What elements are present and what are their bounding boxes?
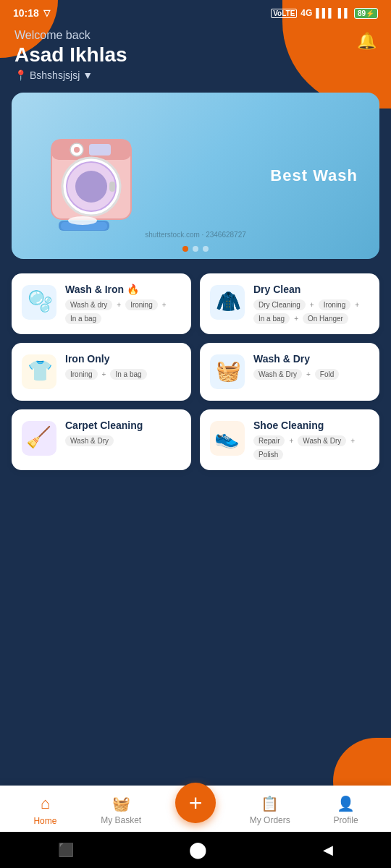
shoe-cleaning-icon: 👟	[209, 420, 246, 457]
dot-3	[203, 246, 209, 252]
location-pin-icon: 📍	[14, 69, 27, 81]
android-square-button[interactable]: ⬛	[52, 836, 80, 864]
tag: Wash & Dry	[298, 435, 346, 446]
iron-only-tags: Ironing + In a bag	[65, 369, 182, 380]
banner-dots	[182, 246, 209, 252]
android-back-button[interactable]: ◀	[317, 836, 339, 864]
wash-dry-info: Wash & Dry Wash & Dry + Fold	[253, 353, 371, 380]
carpet-cleaning-info: Carpet Cleaning Wash & Dry	[65, 420, 182, 446]
header-section: Welcome back Asad Ikhlas 📍 Bshshsjsjsj ▼…	[0, 23, 391, 93]
iron-only-icon: 👕	[20, 353, 58, 391]
location-row[interactable]: 📍 Bshshsjsjsj ▼	[14, 69, 127, 81]
tag: In a bag	[110, 369, 146, 380]
dot-2	[193, 246, 198, 252]
tag: Fold	[315, 369, 339, 380]
tag: Ironing	[65, 369, 98, 380]
tag: Ironing	[125, 299, 158, 310]
home-icon: ⌂	[41, 794, 50, 813]
volte-icon: VoLTE	[271, 9, 297, 18]
dropdown-chevron-icon: ▼	[83, 69, 93, 81]
home-label: Home	[33, 816, 56, 826]
orders-icon: 📋	[261, 795, 279, 812]
location-text: Bshshsjsjsj	[30, 69, 80, 81]
dry-clean-info: Dry Clean Dry Cleaning + Ironing + In a …	[253, 284, 371, 324]
profile-icon: 👤	[337, 795, 355, 812]
service-card-wash-iron[interactable]: 🫧 Wash & Iron 🔥 Wash & dry + Ironing + I…	[12, 273, 191, 334]
nav-fab-add-button[interactable]: +	[175, 783, 216, 823]
android-nav-bar: ⬛ ⬤ ◀	[0, 832, 391, 868]
bottom-spacer	[0, 470, 391, 550]
shoe-cleaning-info: Shoe Cleaning Repair + Wash & Dry + Poli…	[253, 420, 371, 460]
services-grid: 🫧 Wash & Iron 🔥 Wash & dry + Ironing + I…	[0, 273, 391, 470]
wifi-icon: ▽	[43, 8, 50, 18]
dry-clean-tags: Dry Cleaning + Ironing + In a bag + On H…	[253, 299, 371, 324]
svg-rect-4	[89, 144, 111, 156]
carpet-cleaning-icon: 🧹	[20, 420, 58, 457]
service-card-shoe-cleaning[interactable]: 👟 Shoe Cleaning Repair + Wash & Dry + Po…	[200, 409, 379, 470]
carpet-cleaning-name: Carpet Cleaning	[65, 420, 182, 431]
tag: In a bag	[65, 313, 101, 324]
carpet-cleaning-tags: Wash & Dry	[65, 435, 182, 446]
nav-item-basket[interactable]: 🧺 My Basket	[99, 795, 143, 825]
svg-rect-8	[109, 182, 115, 192]
tag: Repair	[253, 435, 285, 446]
welcome-text: Welcome back	[14, 29, 127, 42]
notification-bell-icon[interactable]: 🔔	[357, 32, 377, 51]
service-card-carpet-cleaning[interactable]: 🧹 Carpet Cleaning Wash & Dry	[12, 409, 191, 470]
wash-iron-name: Wash & Iron 🔥	[65, 284, 182, 295]
battery-indicator: 89⚡	[354, 8, 378, 19]
basket-icon: 🧺	[112, 795, 130, 812]
svg-text:👕: 👕	[28, 359, 53, 383]
time-display: 10:18	[13, 7, 39, 19]
tag: In a bag	[253, 313, 290, 324]
wash-dry-icon: 🧺	[209, 353, 246, 391]
nav-item-orders[interactable]: 📋 My Orders	[248, 795, 292, 825]
iron-only-info: Iron Only Ironing + In a bag	[65, 353, 182, 380]
tag: Ironing	[319, 299, 351, 310]
signal-icon2: ▌▌	[338, 8, 350, 18]
service-card-iron-only[interactable]: 👕 Iron Only Ironing + In a bag	[12, 343, 191, 401]
dot-1	[182, 246, 188, 252]
tag: Wash & Dry	[65, 435, 114, 446]
svg-text:🧥: 🧥	[216, 289, 241, 313]
svg-text:🫧: 🫧	[28, 289, 53, 313]
svg-point-3	[74, 147, 80, 153]
banner-tagline: Best Wash	[270, 166, 358, 185]
promo-banner[interactable]: Best Wash shutterstock.com · 2346628727	[12, 93, 379, 259]
wash-iron-info: Wash & Iron 🔥 Wash & dry + Ironing + In …	[65, 284, 182, 324]
wash-iron-icon: 🫧	[20, 284, 58, 321]
status-bar: 10:18 ▽ VoLTE 4G ▌▌▌ ▌▌ 89⚡	[0, 0, 391, 23]
shoe-cleaning-name: Shoe Cleaning	[253, 420, 371, 431]
wash-dry-name: Wash & Dry	[253, 353, 371, 365]
plus-icon: +	[189, 791, 203, 814]
shoe-cleaning-tags: Repair + Wash & Dry + Polish	[253, 435, 371, 460]
service-card-dry-clean[interactable]: 🧥 Dry Clean Dry Cleaning + Ironing + In …	[200, 273, 379, 334]
wash-iron-tags: Wash & dry + Ironing + In a bag	[65, 299, 182, 324]
bottom-navigation: ⌂ Home 🧺 My Basket + 📋 My Orders 👤 Profi…	[0, 786, 391, 832]
tag: Wash & Dry	[253, 369, 302, 380]
iron-only-name: Iron Only	[65, 353, 182, 365]
svg-text:🧹: 🧹	[26, 425, 51, 449]
svg-text:🧺: 🧺	[216, 359, 241, 383]
dry-clean-name: Dry Clean	[253, 284, 371, 295]
nav-item-profile[interactable]: 👤 Profile	[324, 795, 368, 825]
svg-point-11	[68, 216, 97, 225]
tag: Dry Cleaning	[253, 299, 306, 310]
tag: Wash & dry	[65, 299, 112, 310]
user-name: Asad Ikhlas	[14, 43, 127, 67]
dry-clean-icon: 🧥	[209, 284, 246, 321]
orders-label: My Orders	[250, 815, 290, 825]
banner-watermark: shutterstock.com · 2346628727	[145, 231, 246, 239]
tag: Polish	[253, 449, 283, 460]
nav-item-home[interactable]: ⌂ Home	[23, 794, 67, 826]
signal-icon: ▌▌▌	[316, 8, 335, 18]
profile-label: Profile	[334, 815, 358, 825]
washing-machine-illustration	[33, 114, 156, 237]
svg-point-7	[75, 171, 107, 203]
android-circle-button[interactable]: ⬤	[183, 835, 213, 865]
service-card-wash-dry[interactable]: 🧺 Wash & Dry Wash & Dry + Fold	[200, 343, 379, 401]
tag: On Hanger	[303, 313, 348, 324]
basket-label: My Basket	[101, 815, 141, 825]
network-type: 4G	[300, 8, 312, 18]
wash-dry-tags: Wash & Dry + Fold	[253, 369, 371, 380]
